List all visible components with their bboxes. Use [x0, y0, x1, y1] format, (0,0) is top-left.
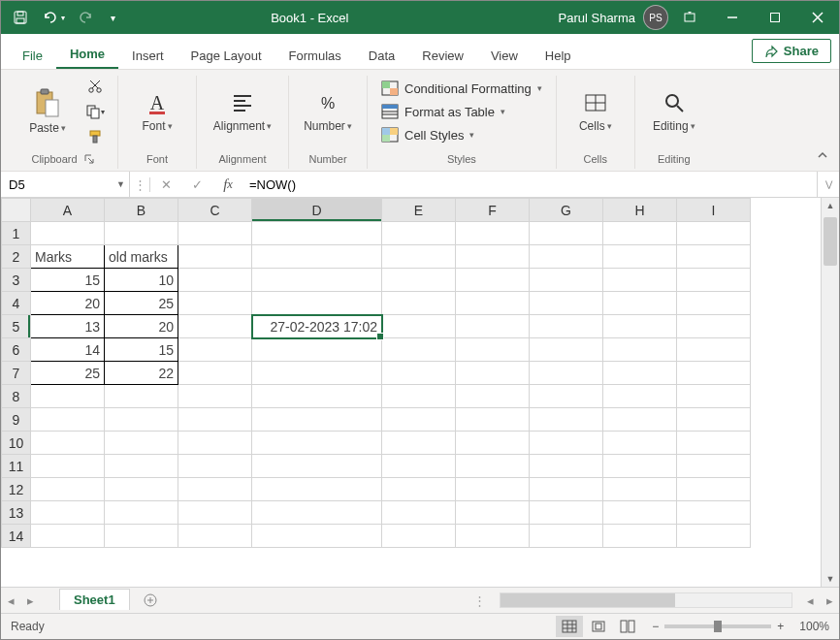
vertical-scrollbar[interactable]: ▲ ▼ [821, 198, 839, 587]
column-header-B[interactable]: B [105, 199, 178, 222]
cell-B11[interactable] [105, 455, 178, 478]
column-header-D[interactable]: D [252, 199, 382, 222]
cell-F5[interactable] [456, 315, 530, 338]
cell-I4[interactable] [677, 292, 751, 315]
sheet-nav-next[interactable]: ▸ [20, 593, 40, 608]
maximize-button[interactable] [754, 1, 796, 34]
share-button[interactable]: Share [752, 39, 831, 63]
cell-G7[interactable] [530, 362, 603, 385]
cell-E6[interactable] [382, 338, 456, 362]
cell-C10[interactable] [178, 432, 252, 455]
cell-G11[interactable] [530, 455, 603, 478]
cell-C9[interactable] [178, 408, 252, 432]
column-header-C[interactable]: C [178, 199, 252, 222]
row-header-10[interactable]: 10 [2, 432, 31, 455]
cell-G13[interactable] [530, 501, 603, 525]
tab-file[interactable]: File [9, 41, 56, 69]
insert-function-button[interactable]: fx [212, 176, 243, 193]
cell-F13[interactable] [456, 501, 530, 525]
row-header-1[interactable]: 1 [2, 222, 31, 245]
row-header-14[interactable]: 14 [2, 525, 31, 548]
cell-G8[interactable] [530, 385, 603, 408]
normal-view-button[interactable] [556, 616, 583, 637]
cell-A5[interactable]: 13 [31, 315, 105, 338]
alignment-button[interactable]: Alignment▾ [207, 77, 278, 146]
format-as-table-button[interactable]: Format as Table▾ [377, 102, 546, 121]
cell-A6[interactable]: 14 [31, 338, 105, 362]
cell-F12[interactable] [456, 478, 530, 501]
column-header-E[interactable]: E [382, 199, 456, 222]
cell-A3[interactable]: 15 [31, 269, 105, 292]
cell-A14[interactable] [31, 525, 105, 548]
cell-I11[interactable] [677, 455, 751, 478]
cell-C14[interactable] [178, 525, 252, 548]
cell-H6[interactable] [603, 338, 677, 362]
cell-B8[interactable] [105, 385, 178, 408]
cell-F2[interactable] [456, 245, 530, 269]
cell-D7[interactable] [252, 362, 382, 385]
row-header-4[interactable]: 4 [2, 292, 31, 315]
cell-H2[interactable] [603, 245, 677, 269]
cell-D4[interactable] [252, 292, 382, 315]
cell-D12[interactable] [252, 478, 382, 501]
cell-D11[interactable] [252, 455, 382, 478]
row-header-12[interactable]: 12 [2, 478, 31, 501]
cell-G2[interactable] [530, 245, 603, 269]
cell-F11[interactable] [456, 455, 530, 478]
tab-review[interactable]: Review [408, 41, 477, 69]
cell-grid[interactable]: ABCDEFGHI12Marksold marks315104202551320… [1, 198, 821, 587]
number-button[interactable]: % Number▾ [299, 77, 357, 146]
row-header-5[interactable]: 5 [2, 315, 31, 338]
cell-F14[interactable] [456, 525, 530, 548]
cell-B3[interactable]: 10 [105, 269, 178, 292]
cell-G3[interactable] [530, 269, 603, 292]
cell-E7[interactable] [382, 362, 456, 385]
save-button[interactable] [7, 4, 34, 31]
cell-H1[interactable] [603, 222, 677, 245]
cell-I10[interactable] [677, 432, 751, 455]
cell-G1[interactable] [530, 222, 603, 245]
tab-formulas[interactable]: Formulas [275, 41, 355, 69]
cell-G9[interactable] [530, 408, 603, 432]
cell-A9[interactable] [31, 408, 105, 432]
column-header-A[interactable]: A [31, 199, 105, 222]
cell-H11[interactable] [603, 455, 677, 478]
cell-C13[interactable] [178, 501, 252, 525]
tab-view[interactable]: View [477, 41, 532, 69]
cell-C6[interactable] [178, 338, 252, 362]
cell-E3[interactable] [382, 269, 456, 292]
cell-C12[interactable] [178, 478, 252, 501]
row-header-11[interactable]: 11 [2, 455, 31, 478]
row-header-6[interactable]: 6 [2, 338, 31, 362]
cell-H13[interactable] [603, 501, 677, 525]
column-header-F[interactable]: F [456, 199, 530, 222]
name-box[interactable]: ▼ [1, 172, 130, 197]
cell-F3[interactable] [456, 269, 530, 292]
font-button[interactable]: A Font▾ [128, 77, 186, 146]
cell-I6[interactable] [677, 338, 751, 362]
cell-C8[interactable] [178, 385, 252, 408]
horizontal-scrollbar[interactable] [500, 592, 792, 608]
row-header-7[interactable]: 7 [2, 362, 31, 385]
row-header-2[interactable]: 2 [2, 245, 31, 269]
cell-I2[interactable] [677, 245, 751, 269]
sheet-tab-sheet1[interactable]: Sheet1 [59, 589, 130, 610]
column-header-I[interactable]: I [677, 199, 751, 222]
cell-C7[interactable] [178, 362, 252, 385]
tab-home[interactable]: Home [56, 39, 118, 69]
cell-H7[interactable] [603, 362, 677, 385]
zoom-level[interactable]: 100% [799, 620, 829, 633]
select-all-corner[interactable] [2, 199, 31, 222]
cell-B10[interactable] [105, 432, 178, 455]
cell-D8[interactable] [252, 385, 382, 408]
vertical-scroll-thumb[interactable] [824, 217, 837, 266]
cell-styles-button[interactable]: Cell Styles▾ [377, 125, 546, 144]
cell-H8[interactable] [603, 385, 677, 408]
page-break-view-button[interactable] [614, 616, 641, 637]
tab-help[interactable]: Help [532, 41, 585, 69]
cell-B12[interactable] [105, 478, 178, 501]
enter-formula-button[interactable]: ✓ [181, 177, 212, 192]
tab-page-layout[interactable]: Page Layout [178, 41, 275, 69]
cell-E12[interactable] [382, 478, 456, 501]
zoom-slider[interactable] [664, 624, 771, 628]
